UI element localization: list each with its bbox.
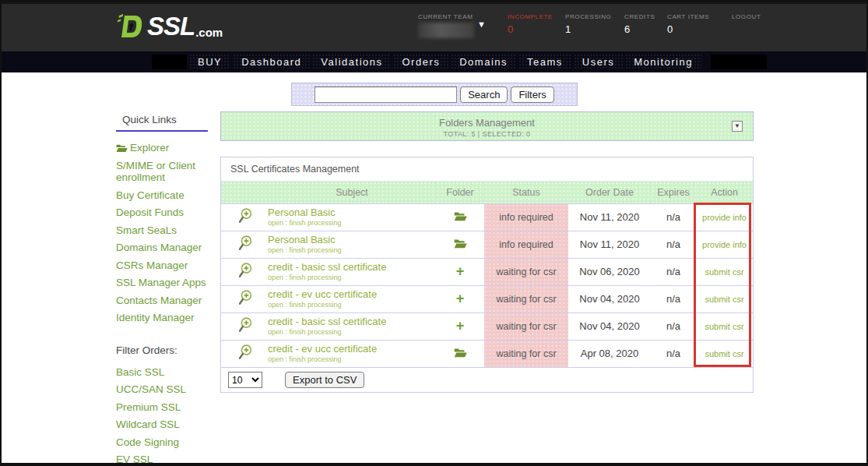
filters-button[interactable]: Filters <box>511 86 553 103</box>
add-to-folder-icon[interactable] <box>456 265 465 278</box>
subject-link[interactable]: Personal Basic <box>268 235 436 245</box>
nav-item-teams[interactable]: Teams <box>518 54 571 70</box>
folder-open-icon[interactable] <box>454 211 467 221</box>
magnifier-zoom-icon[interactable] <box>237 235 253 252</box>
col-icon <box>221 182 268 203</box>
details-cell <box>221 258 268 285</box>
action-link[interactable]: submit csr <box>705 267 743 277</box>
logout-button[interactable]: LOGOUT <box>732 13 761 20</box>
search-button[interactable]: Search <box>460 86 508 103</box>
magnifier-zoom-icon[interactable] <box>237 344 253 361</box>
sidebar-item-smart-seals[interactable]: Smart SeaLs <box>116 224 211 237</box>
filter-orders-title: Filter Orders: <box>116 344 211 356</box>
folder-open-icon[interactable] <box>454 348 467 358</box>
sidebar-item-ssl-manager-apps[interactable]: SSL Manager Apps <box>116 277 211 289</box>
stat-cart-items: CART ITEMS 0 <box>667 13 706 35</box>
sidebar-item-deposit-funds[interactable]: Deposit Funds <box>116 207 211 219</box>
search-panel: Search Filters <box>291 83 578 106</box>
sidebar-item-identity-manager[interactable]: Identity Manager <box>116 312 211 324</box>
sidebar-item-label: Explorer <box>130 142 169 154</box>
filter-item-wildcard-ssl[interactable]: Wildcard SSL <box>116 418 211 431</box>
subject-cell: Personal Basic open : finish processing <box>268 231 436 258</box>
action-cell: provide info <box>696 203 753 231</box>
add-to-folder-icon[interactable] <box>456 292 465 305</box>
action-link[interactable]: provide info <box>702 213 747 222</box>
subject-link[interactable]: credit - ev ucc certificate <box>268 289 436 300</box>
details-cell <box>221 312 268 340</box>
table-footer: 10 Export to CSV <box>221 367 753 392</box>
magnifier-zoom-icon[interactable] <box>237 262 253 279</box>
folder-cell <box>436 203 484 231</box>
export-csv-button[interactable]: Export to CSV <box>285 372 364 388</box>
sidebar-item-label: Buy Certificate <box>116 189 184 201</box>
filter-item-ev-ssl[interactable]: EV SSL <box>116 454 211 466</box>
nav-item-validations[interactable]: Validations <box>312 54 391 70</box>
add-to-folder-icon[interactable] <box>456 319 465 333</box>
subject-link[interactable]: credit - basic ssl certificate <box>268 316 436 327</box>
folder-open-icon[interactable] <box>454 238 467 249</box>
status-badge: waiting for csr <box>484 285 568 312</box>
order-date-cell: Nov 04, 2020 <box>568 285 651 312</box>
page-size-select[interactable]: 10 <box>228 372 262 388</box>
main-nav: BUY Dashboard Validations Orders Domains… <box>2 51 866 72</box>
sidebar-item-explorer[interactable]: Explorer <box>116 142 211 154</box>
table-row: credit - basic ssl certificate open : fi… <box>221 258 753 285</box>
sidebar-item-buy-certificate[interactable]: Buy Certificate <box>116 189 211 202</box>
subject-link[interactable]: Personal Basic <box>268 207 436 218</box>
sidebar-item-csrs-manager[interactable]: CSRs Manager <box>116 259 211 272</box>
nav-item-users[interactable]: Users <box>574 54 623 70</box>
nav-item-monitoring[interactable]: Monitoring <box>625 54 701 70</box>
order-date-cell: Nov 11, 2020 <box>568 203 651 231</box>
sidebar-item-smime-enrollment[interactable]: S/MIME or Client enrollment <box>116 160 211 184</box>
nav-item-buy[interactable]: BUY <box>189 54 230 70</box>
filter-item-ucc-san-ssl[interactable]: UCC/SAN SSL <box>116 383 211 396</box>
chevron-down-icon[interactable]: ▼ <box>477 19 486 29</box>
details-cell <box>221 340 268 367</box>
stat-label: CREDITS <box>624 13 648 20</box>
action-link[interactable]: provide info <box>702 240 747 249</box>
subject-cell: credit - ev ucc certificate open : finis… <box>268 285 436 312</box>
sidebar-item-domains-manager[interactable]: Domains Manager <box>116 242 211 254</box>
filter-item-label: Code Signing <box>116 436 179 448</box>
sidebar-item-contacts-manager[interactable]: Contacts Manager <box>116 295 211 307</box>
filter-item-basic-ssl[interactable]: Basic SSL <box>116 366 211 379</box>
magnifier-zoom-icon[interactable] <box>237 289 253 306</box>
logout-label: LOGOUT <box>732 13 761 20</box>
table-body: Personal Basic open : finish processing … <box>221 203 753 367</box>
filter-item-code-signing[interactable]: Code Signing <box>116 436 211 449</box>
folder-open-icon <box>116 143 128 153</box>
action-cell: submit csr <box>696 285 753 312</box>
nav-item-domains[interactable]: Domains <box>451 54 516 70</box>
stat-label: PROCESSING <box>565 13 606 20</box>
sidebar-item-label: Identity Manager <box>116 312 195 323</box>
search-input[interactable] <box>315 86 457 103</box>
sidebar-item-label: Deposit Funds <box>116 207 184 218</box>
stat-value: 0 <box>667 23 706 35</box>
subject-link[interactable]: credit - basic ssl certificate <box>268 262 436 273</box>
subject-substatus: open : finish processing <box>268 274 436 281</box>
current-team-selector[interactable]: CURRENT TEAM ▼ <box>418 13 492 38</box>
subject-link[interactable]: credit - ev ucc certificate <box>268 344 436 355</box>
folders-panel-title: Folders Management <box>221 117 753 129</box>
filter-item-label: UCC/SAN SSL <box>116 383 186 395</box>
table-row: Personal Basic open : finish processing … <box>221 231 753 258</box>
expires-cell: n/a <box>651 340 696 367</box>
stat-incomplete: INCOMPLETE 0 <box>508 13 546 35</box>
ssl-logo[interactable]: SSL .com <box>114 11 223 42</box>
action-link[interactable]: submit csr <box>705 349 743 358</box>
app-window: SSL .com CURRENT TEAM ▼ INCOMPLETE 0 PRO… <box>0 0 868 466</box>
subject-cell: credit - ev ucc certificate open : finis… <box>268 340 436 367</box>
filter-item-premium-ssl[interactable]: Premium SSL <box>116 401 211 414</box>
nav-item-orders[interactable]: Orders <box>393 54 448 70</box>
action-link[interactable]: submit csr <box>705 322 743 331</box>
folder-cell <box>436 231 484 258</box>
collapse-toggle-icon[interactable]: ▼ <box>732 121 743 132</box>
nav-item-dashboard[interactable]: Dashboard <box>233 54 310 70</box>
action-link[interactable]: submit csr <box>705 295 743 304</box>
action-cell: submit csr <box>696 312 753 340</box>
magnifier-zoom-icon[interactable] <box>237 207 253 224</box>
magnifier-zoom-icon[interactable] <box>237 316 253 334</box>
table-header-row: Subject Folder Status Order Date Expires… <box>221 182 753 203</box>
col-order-date: Order Date <box>568 182 651 203</box>
stat-value: 0 <box>508 23 546 35</box>
